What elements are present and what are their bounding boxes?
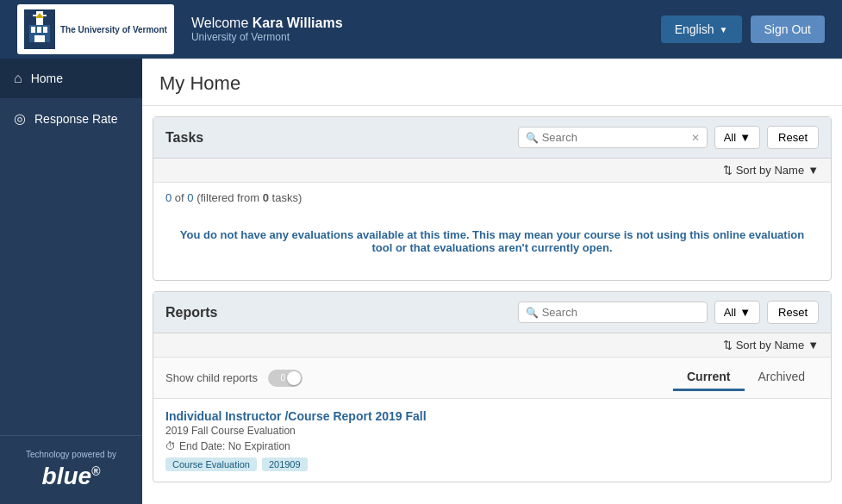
- tab-current-label: Current: [687, 370, 731, 383]
- reports-section: Reports 🔍 All ▼ Reset ⇅ Sort by Nam: [153, 291, 832, 482]
- report-title-link[interactable]: Individual Instructor /Course Report 201…: [165, 409, 427, 423]
- header-welcome: Welcome Kara Williams University of Verm…: [174, 16, 661, 43]
- blue-logo: blue®: [14, 463, 128, 490]
- reports-section-header: Reports 🔍 All ▼ Reset: [153, 292, 831, 333]
- report-tags: Course Evaluation 201909: [165, 457, 819, 471]
- sidebar-item-response-rate-label: Response Rate: [34, 112, 118, 126]
- search-icon: 🔍: [526, 132, 539, 144]
- logo-text: The University of Vermont: [60, 24, 167, 35]
- header-right: English ▼ Sign Out: [661, 16, 825, 43]
- tab-archived-label: Archived: [758, 370, 805, 383]
- tasks-controls: 🔍 ✕ All ▼ Reset: [518, 126, 819, 149]
- toggle-knob: [287, 371, 301, 385]
- tasks-section: Tasks 🔍 ✕ All ▼ Reset ⇅: [153, 116, 832, 281]
- show-child-reports-label: Show child reports: [165, 371, 258, 384]
- top-header: The University of Vermont Welcome Kara W…: [0, 0, 842, 59]
- tasks-section-header: Tasks 🔍 ✕ All ▼ Reset: [153, 117, 831, 159]
- report-tag-1: Course Evaluation: [165, 457, 257, 471]
- toggle-number: 0: [280, 373, 285, 383]
- svg-rect-6: [37, 27, 41, 33]
- sign-out-button[interactable]: Sign Out: [751, 16, 825, 43]
- tasks-sort-chevron-icon: ▼: [808, 164, 819, 177]
- language-button[interactable]: English ▼: [661, 16, 742, 43]
- tasks-section-title: Tasks: [165, 130, 203, 146]
- reports-search-icon: 🔍: [526, 307, 539, 319]
- reports-filter-button[interactable]: All ▼: [714, 301, 760, 324]
- language-label: English: [675, 22, 714, 36]
- reports-sort-button[interactable]: ⇅ Sort by Name ▼: [723, 339, 819, 352]
- tasks-sort-label: Sort by Name: [736, 164, 804, 177]
- tasks-count-link-0[interactable]: 0: [165, 191, 172, 204]
- home-icon: ⌂: [14, 71, 22, 86]
- tab-current[interactable]: Current: [673, 364, 745, 391]
- svg-rect-8: [34, 35, 45, 42]
- sidebar-nav: ⌂ Home ◎ Response Rate: [0, 59, 142, 435]
- reports-sort-chevron-icon: ▼: [808, 339, 819, 352]
- tab-archived[interactable]: Archived: [745, 364, 819, 391]
- user-name: Kara Williams: [253, 16, 343, 30]
- sort-icon: ⇅: [723, 164, 733, 177]
- tasks-search-input[interactable]: [542, 131, 691, 144]
- reports-subheader: ⇅ Sort by Name ▼: [153, 333, 831, 358]
- sidebar-footer: Technology powered by blue®: [0, 435, 142, 504]
- blue-logo-text: blue: [42, 463, 92, 489]
- tasks-filter-label: All: [724, 131, 736, 144]
- reports-sort-label: Sort by Name: [736, 339, 804, 352]
- reports-tabs-bar: Show child reports 0 Current Archived: [153, 358, 831, 399]
- report-subtitle: 2019 Fall Course Evaluation: [165, 425, 819, 437]
- reports-search-box: 🔍: [518, 302, 708, 323]
- clock-icon: ⏱: [165, 440, 176, 452]
- chevron-down-icon: ▼: [720, 25, 728, 34]
- university-logo-icon: [24, 9, 55, 49]
- tasks-search-box: 🔍 ✕: [518, 127, 708, 148]
- page-title: My Home: [159, 72, 825, 95]
- report-entry: Individual Instructor /Course Report 201…: [153, 399, 831, 482]
- show-child-toggle[interactable]: 0: [268, 370, 302, 387]
- main-layout: ⌂ Home ◎ Response Rate Technology powere…: [0, 59, 842, 504]
- reports-controls: 🔍 All ▼ Reset: [518, 301, 819, 324]
- tasks-body: 0 of 0 (filtered from 0 tasks) You do no…: [153, 183, 831, 280]
- reports-filter-label: All: [724, 306, 736, 319]
- reports-reset-button[interactable]: Reset: [767, 301, 819, 324]
- institution-subtitle: University of Vermont: [191, 31, 661, 43]
- sidebar-item-home-label: Home: [31, 72, 63, 85]
- chart-icon: ◎: [14, 110, 26, 127]
- sidebar-item-response-rate[interactable]: ◎ Response Rate: [0, 98, 142, 139]
- powered-by-text: Technology powered by: [14, 450, 128, 459]
- no-eval-message: You do not have any evaluations availabl…: [165, 211, 819, 271]
- tasks-count-link-total[interactable]: 0: [187, 191, 193, 204]
- reports-search-input[interactable]: [542, 306, 700, 319]
- tasks-subheader: ⇅ Sort by Name ▼: [153, 159, 831, 183]
- logo-area: The University of Vermont: [17, 4, 174, 54]
- reports-tab-group: Current Archived: [673, 364, 819, 391]
- tasks-reset-button[interactable]: Reset: [767, 126, 819, 149]
- tasks-filter-button[interactable]: All ▼: [714, 126, 760, 149]
- blue-logo-sup: ®: [91, 464, 100, 478]
- svg-rect-7: [43, 27, 47, 33]
- welcome-prefix: Welcome: [191, 16, 253, 30]
- page-title-bar: My Home: [142, 59, 842, 106]
- tasks-search-clear-icon[interactable]: ✕: [691, 132, 700, 144]
- report-end-date: ⏱ End Date: No Expiration: [165, 440, 819, 452]
- report-end-date-text: End Date: No Expiration: [179, 440, 290, 452]
- content-area: My Home Tasks 🔍 ✕ All ▼ Reset: [142, 59, 842, 504]
- tasks-sort-button[interactable]: ⇅ Sort by Name ▼: [723, 164, 819, 177]
- sidebar-item-home[interactable]: ⌂ Home: [0, 59, 142, 98]
- reports-filter-chevron-icon: ▼: [739, 306, 751, 319]
- tasks-count-text: 0 of 0 (filtered from 0 tasks): [165, 191, 819, 204]
- reports-sort-icon: ⇅: [723, 339, 733, 352]
- tasks-filter-chevron-icon: ▼: [739, 131, 751, 144]
- report-tag-2: 201909: [262, 457, 308, 471]
- sidebar: ⌂ Home ◎ Response Rate Technology powere…: [0, 59, 142, 504]
- reports-section-title: Reports: [165, 305, 217, 320]
- svg-rect-5: [31, 27, 35, 33]
